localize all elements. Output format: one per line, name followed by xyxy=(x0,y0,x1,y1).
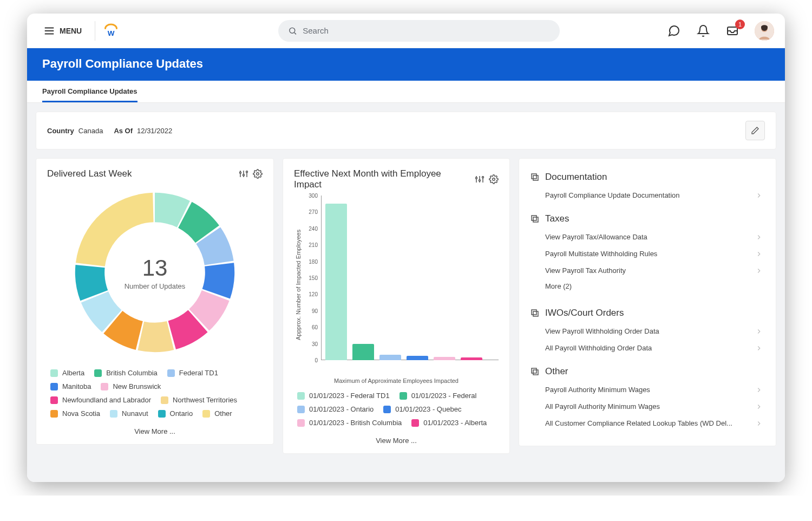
gear-icon[interactable] xyxy=(489,174,499,184)
chat-icon xyxy=(667,24,680,37)
legend-swatch xyxy=(50,396,58,404)
legend-label: 01/01/2023 - Federal xyxy=(411,392,477,400)
bar[interactable] xyxy=(325,204,347,360)
inbox-button[interactable]: 1 xyxy=(725,24,739,38)
legend-item[interactable]: New Brunswick xyxy=(101,382,161,390)
legend-item[interactable]: Other xyxy=(202,409,232,418)
y-tick: 300 xyxy=(309,193,318,199)
sliders-icon[interactable] xyxy=(475,174,484,184)
link-row[interactable]: Payroll Compliance Update Documentation xyxy=(530,187,765,204)
legend-label: Nova Scotia xyxy=(62,409,100,418)
section-group: IWOs/Court OrdersView Payroll Withholdin… xyxy=(530,304,765,356)
card-title: Delivered Last Week xyxy=(47,168,132,179)
bar[interactable] xyxy=(352,344,374,360)
asof-value: 12/31/2022 xyxy=(137,127,172,135)
dashboard-grid: Delivered Last Week 13 xyxy=(36,158,776,454)
link-row[interactable]: View Payroll Tax Authority xyxy=(530,262,765,279)
link-row[interactable]: All Payroll Authority Minimum Wages xyxy=(530,398,765,415)
legend-swatch xyxy=(383,406,391,413)
legend-item[interactable]: Federal TD1 xyxy=(167,369,218,377)
legend-item[interactable]: Ontario xyxy=(158,409,193,418)
legend-item[interactable]: Alberta xyxy=(50,369,84,377)
svg-point-13 xyxy=(243,174,245,176)
asof-label: As Of xyxy=(114,127,133,135)
legend-item[interactable]: Nunavut xyxy=(110,409,148,418)
more-link[interactable]: More (2) xyxy=(530,279,765,298)
chat-button[interactable] xyxy=(667,24,681,38)
svg-rect-28 xyxy=(533,311,538,316)
link-label: View Payroll Tax Authority xyxy=(545,266,626,275)
menu-button[interactable]: MENU xyxy=(38,22,87,40)
section-title: Taxes xyxy=(545,213,569,224)
bar[interactable] xyxy=(434,357,455,360)
legend-swatch xyxy=(400,392,407,400)
link-row[interactable]: Payroll Authority Minimum Wages xyxy=(530,381,765,398)
chevron-right-icon xyxy=(755,192,763,199)
workday-logo[interactable]: W xyxy=(103,23,119,39)
svg-point-19 xyxy=(476,177,477,179)
legend-swatch xyxy=(158,410,166,418)
bar[interactable] xyxy=(407,356,428,360)
svg-point-22 xyxy=(493,178,495,181)
link-row[interactable]: View Payroll Withholding Order Data xyxy=(530,323,765,340)
tab-payroll-compliance[interactable]: Payroll Compliance Updates xyxy=(42,81,137,102)
bar-legend: 01/01/2023 - Federal TD101/01/2023 - Fed… xyxy=(294,389,499,431)
legend-label: Ontario xyxy=(170,409,193,418)
view-more-delivered[interactable]: View More ... xyxy=(47,422,263,437)
edit-filters-button[interactable] xyxy=(745,121,765,140)
svg-rect-27 xyxy=(532,310,536,315)
stack-icon xyxy=(530,308,540,318)
legend-swatch xyxy=(50,369,58,377)
donut-center: 13 Number of Updates xyxy=(68,186,241,359)
legend-item[interactable]: Nova Scotia xyxy=(50,409,100,418)
legend-label: 01/01/2023 - Federal TD1 xyxy=(309,392,390,400)
legend-label: Nunavut xyxy=(122,409,148,418)
section-title: IWOs/Court Orders xyxy=(545,308,624,318)
view-more-effective[interactable]: View More ... xyxy=(294,431,499,446)
legend-item[interactable]: 01/01/2023 - Federal TD1 xyxy=(297,392,390,400)
country-value: Canada xyxy=(78,127,103,135)
legend-item[interactable]: Newfoundland and Labrador xyxy=(50,396,151,404)
chevron-right-icon xyxy=(755,267,763,275)
bar[interactable] xyxy=(379,355,401,360)
notifications-button[interactable] xyxy=(696,24,710,38)
link-label: All Payroll Authority Minimum Wages xyxy=(545,402,660,411)
search-input[interactable] xyxy=(303,26,550,35)
legend-item[interactable]: 01/01/2023 - Federal xyxy=(400,392,477,400)
bar-chart: 0306090120150180210240270300 xyxy=(306,196,499,374)
svg-point-12 xyxy=(240,172,241,173)
legend-item[interactable]: Manitoba xyxy=(50,382,91,390)
donut-legend: AlbertaBritish ColumbiaFederal TD1Manito… xyxy=(47,367,263,422)
link-row[interactable]: All Customer Compliance Related Lookup T… xyxy=(530,415,765,432)
section-title: Documentation xyxy=(545,172,607,183)
section-heading: IWOs/Court Orders xyxy=(530,304,765,323)
right-panel: DocumentationPayroll Compliance Update D… xyxy=(519,158,776,446)
tabs-row: Payroll Compliance Updates xyxy=(27,81,785,103)
search-bar[interactable] xyxy=(278,20,560,42)
legend-item[interactable]: 01/01/2023 - British Columbia xyxy=(297,419,402,427)
legend-item[interactable]: 01/01/2023 - Ontario xyxy=(297,405,374,413)
svg-point-20 xyxy=(479,180,481,181)
legend-swatch xyxy=(94,369,102,377)
gear-icon[interactable] xyxy=(253,169,263,179)
link-row[interactable]: View Payroll Tax/Allowance Data xyxy=(530,229,765,245)
link-label: Payroll Authority Minimum Wages xyxy=(545,386,650,394)
y-tick: 150 xyxy=(309,275,318,281)
legend-label: Federal TD1 xyxy=(179,369,218,377)
link-row[interactable]: All Payroll Withholding Order Data xyxy=(530,340,765,356)
legend-label: 01/01/2023 - British Columbia xyxy=(309,419,402,427)
bar[interactable] xyxy=(461,357,482,360)
svg-point-15 xyxy=(257,173,259,175)
avatar[interactable] xyxy=(755,21,774,41)
legend-item[interactable]: 01/01/2023 - Quebec xyxy=(383,405,461,413)
legend-item[interactable]: British Columbia xyxy=(94,369,158,377)
link-row[interactable]: Payroll Multistate Withholding Rules xyxy=(530,245,765,262)
legend-item[interactable]: Northwest Territories xyxy=(161,396,237,404)
legend-item[interactable]: 01/01/2023 - Alberta xyxy=(411,419,487,427)
sliders-icon[interactable] xyxy=(239,169,248,179)
inbox-badge: 1 xyxy=(735,19,745,29)
legend-label: 01/01/2023 - Quebec xyxy=(395,405,461,413)
svg-rect-25 xyxy=(532,216,536,220)
link-label: View Payroll Tax/Allowance Data xyxy=(545,233,647,241)
y-axis-label: Appprox. Number of Impacted Employees xyxy=(294,196,303,374)
